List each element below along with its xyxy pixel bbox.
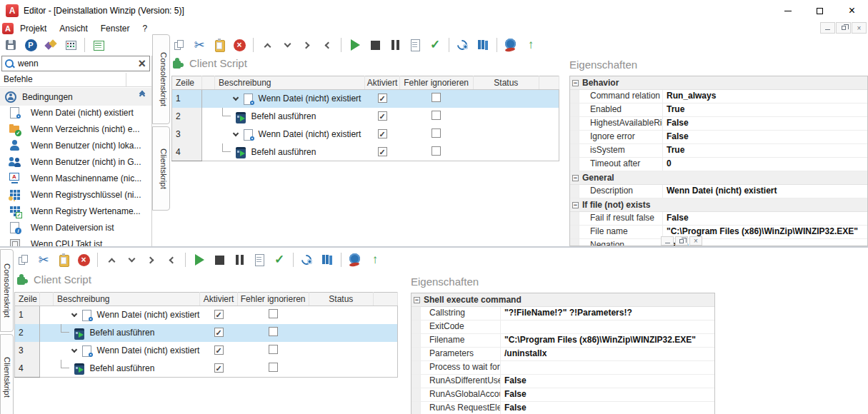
stop-icon[interactable] [211,251,227,268]
chev-down-icon[interactable] [124,251,139,268]
property-row[interactable]: EnabledTrue [570,104,867,117]
collapse-icon[interactable]: − [572,80,579,86]
column-header-status[interactable]: Status [309,293,373,306]
collapse-icon[interactable]: − [572,175,579,181]
property-value[interactable]: "C:\Program Files (x86)\WinZip\WINZIP32.… [501,334,714,347]
property-row[interactable]: RunAs RequestElevaFalse [411,402,714,414]
sidebar-item[interactable]: Wenn Benutzer (nicht) loka... [0,137,151,153]
validate-icon[interactable]: ✓ [427,36,443,54]
script-row[interactable]: 3Wenn Datei (nicht) existiert✓ [172,126,559,143]
property-value[interactable]: False [501,402,714,414]
column-splitter[interactable] [126,73,126,86]
aktiviert-checkbox[interactable]: ✓ [378,111,387,121]
fehler-checkbox[interactable] [431,111,441,120]
stop-icon[interactable] [367,36,383,54]
copy-icon[interactable] [16,251,31,268]
history-icon[interactable] [299,251,315,268]
close-button[interactable]: × [836,0,868,21]
property-row[interactable]: NegationFalse [570,239,867,246]
collapse-icon[interactable]: − [572,202,579,208]
aktiviert-checkbox[interactable]: ✓ [214,328,224,337]
sidebar-item[interactable]: iWenn Dateiversion ist [0,219,151,236]
history-icon[interactable] [455,36,471,54]
mdi-close-button[interactable]: × [852,22,867,34]
script-row[interactable]: 2Befehl ausführen✓ [172,108,559,126]
aktiviert-checkbox[interactable]: ✓ [378,94,387,103]
menu-ansicht[interactable]: Ansicht [53,24,94,34]
delete-icon[interactable]: × [231,36,247,54]
property-section[interactable]: −If file (not) exists [570,198,867,212]
pane-minimize-button[interactable] [661,236,674,246]
column-header-beschreibung[interactable]: Beschreibung [54,293,200,306]
property-value[interactable] [501,320,714,333]
cut-icon[interactable]: ✂ [191,36,207,54]
property-value[interactable]: Wenn Datei (nicht) existiert [663,185,867,198]
column-header-beschreibung[interactable]: Beschreibung [215,76,365,90]
library-icon[interactable] [319,251,335,268]
script-row[interactable]: 1Wenn Datei (nicht) existiert✓ [172,90,559,108]
paste-icon[interactable] [56,251,71,268]
mdi-restore-button[interactable] [836,22,851,34]
maximize-button[interactable] [804,0,836,21]
column-header-fehler-ignorieren[interactable]: Fehler ignorieren [237,293,309,306]
clear-search-icon[interactable]: × [138,57,146,70]
property-section[interactable]: −Behavior [570,76,867,90]
copy-icon[interactable] [171,36,187,54]
property-row[interactable]: Callstring"?!FileName!?" ?!Parameters!? [411,307,714,320]
pane-close-button[interactable]: × [689,236,702,246]
web-icon[interactable] [503,36,519,54]
property-row[interactable]: Timeout after0 [570,158,867,171]
property-row[interactable]: Command relationRun_always [570,90,867,104]
upload-icon[interactable]: ↑ [367,251,383,268]
property-value[interactable]: True [663,104,867,116]
chev-right-icon[interactable] [144,251,159,268]
property-value[interactable]: Run_always [663,90,867,103]
column-header-status[interactable]: Status [473,76,539,90]
chev-up-icon[interactable] [104,251,119,268]
library-icon[interactable] [475,36,491,54]
property-row[interactable]: DescriptionWenn Datei (nicht) existiert [570,185,867,198]
chev-left-icon[interactable] [164,251,179,268]
collapse-icon[interactable]: − [414,297,420,303]
property-section[interactable]: −General [570,171,867,185]
property-row[interactable]: Ignore errorFalse [570,131,867,144]
chev-right-icon[interactable] [299,36,315,54]
property-row[interactable]: Process to wait for [411,361,714,375]
forms-icon[interactable] [91,36,106,54]
column-header-aktiviert[interactable]: Aktiviert [200,293,237,306]
log-icon[interactable] [407,36,423,54]
pane-restore-button[interactable] [675,236,688,246]
chev-left-icon[interactable] [319,36,335,54]
property-value[interactable]: False [663,212,867,225]
property-value[interactable]: False [663,117,867,130]
property-row[interactable]: File name"C:\Program Files (x86)\WinZip\… [570,226,867,239]
minimize-button[interactable] [772,0,804,21]
chev-down-icon[interactable] [279,36,295,54]
script-row[interactable]: 4Befehl ausführen✓ [15,360,398,378]
property-row[interactable]: RunAsGlobalAccountFalse [411,388,714,402]
log-icon[interactable] [251,251,267,268]
column-header-aktiviert[interactable]: Aktiviert [365,76,399,90]
column-header-fehler-ignorieren[interactable]: Fehler ignorieren [399,76,473,90]
menu-fenster[interactable]: Fenster [94,24,136,34]
column-header-zeile[interactable]: Zeile [172,76,202,90]
sidebar-item[interactable]: Wenn Registryschlüssel (ni... [0,186,151,203]
bedingungen-section-header[interactable]: Bedingungen [0,88,151,106]
mdi-minimize-button[interactable] [820,22,835,34]
fehler-checkbox[interactable] [269,363,278,372]
menu-help[interactable]: ? [136,24,154,34]
run-icon[interactable] [191,251,207,268]
pause-icon[interactable] [387,36,403,54]
menu-projekt[interactable]: Projekt [14,24,53,34]
collapse-section-icon[interactable] [140,91,144,96]
property-value[interactable]: False [501,388,714,401]
paste-icon[interactable] [211,36,227,54]
script-row[interactable]: 1Wenn Datei (nicht) existiert✓ [15,306,398,324]
property-value[interactable]: "?!FileName!?" ?!Parameters!? [501,307,714,320]
sidebar-item[interactable]: ✓Wenn Registry Wertename... [0,203,151,219]
sidebar-item[interactable]: Wenn Datei (nicht) existiert [0,104,151,121]
validate-icon[interactable]: ✓ [271,251,287,268]
aktiviert-checkbox[interactable]: ✓ [214,345,224,355]
sidebar-item[interactable]: Wenn CPU Takt ist [0,236,151,246]
property-value[interactable]: True [663,144,867,157]
